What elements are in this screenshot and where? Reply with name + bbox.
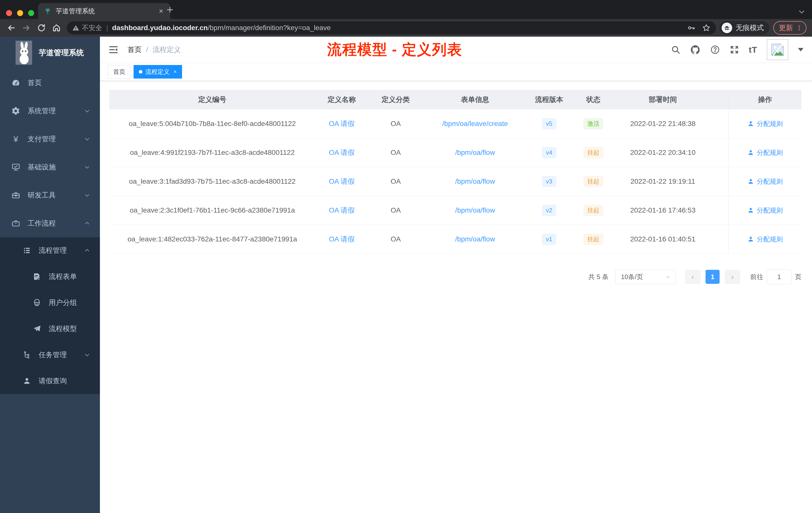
sidebar-item-leave-query[interactable]: 请假查询	[0, 368, 100, 394]
cell-category: OA	[368, 235, 423, 243]
sidebar-item-task-management[interactable]: 任务管理	[0, 342, 100, 368]
version-tag: v4	[542, 147, 556, 158]
font-size-icon[interactable]: tT	[749, 45, 757, 55]
definition-name-link[interactable]: OA 请假	[329, 177, 355, 185]
github-icon[interactable]	[690, 44, 700, 55]
goto-page-input[interactable]	[767, 269, 791, 284]
paper-plane-icon	[32, 324, 42, 334]
app-title: 芋道管理系统	[39, 48, 84, 58]
column-header-status: 状态	[572, 95, 615, 104]
sidebar-item-dev-tools[interactable]: 研发工具	[0, 181, 100, 209]
url-separator: |	[106, 24, 108, 32]
sidebar-item-infrastructure[interactable]: 基础设施	[0, 153, 100, 181]
back-button[interactable]	[5, 22, 17, 34]
sidebar-item-home[interactable]: 首页	[0, 69, 100, 97]
form-link[interactable]: /bpm/oa/flow	[455, 149, 495, 156]
update-label: 更新	[779, 23, 793, 33]
sidebar-item-payment[interactable]: ¥ 支付管理	[0, 125, 100, 153]
column-header-form: 表单信息	[423, 95, 527, 104]
security-warning-chip[interactable]: 不安全	[72, 23, 102, 32]
sidebar-item-label: 首页	[28, 78, 42, 88]
form-link[interactable]: /bpm/oa/leave/create	[442, 120, 508, 127]
tag-tab-process-definition[interactable]: 流程定义 ×	[134, 65, 182, 79]
avatar-dropdown-caret-icon[interactable]	[798, 48, 804, 52]
chevron-down-icon	[84, 164, 90, 171]
form-link[interactable]: /bpm/oa/flow	[455, 206, 495, 214]
fullscreen-icon[interactable]	[730, 45, 739, 55]
select-chevron-down-icon	[665, 274, 671, 280]
window-controls	[6, 10, 34, 16]
definition-name-link[interactable]: OA 请假	[329, 235, 355, 243]
browser-update-button[interactable]: 更新	[773, 21, 807, 35]
sidebar-item-process-form[interactable]: 流程表单	[0, 264, 100, 290]
next-page-button[interactable]: ›	[725, 270, 740, 284]
form-link[interactable]: /bpm/oa/flow	[455, 235, 495, 243]
list-tree-icon	[22, 246, 32, 255]
assign-rule-link[interactable]: 分配规则	[747, 235, 783, 244]
tags-view-bar: 首页 流程定义 ×	[100, 63, 812, 81]
sidebar-item-process-model[interactable]: 流程模型	[0, 316, 100, 342]
sidebar-item-label: 请假查询	[39, 376, 67, 386]
tag-close-icon[interactable]: ×	[174, 68, 177, 75]
definition-name-link[interactable]: OA 请假	[329, 206, 355, 214]
assign-rule-link[interactable]: 分配规则	[747, 119, 783, 128]
form-link[interactable]: /bpm/oa/flow	[455, 177, 495, 185]
active-dot	[139, 70, 142, 73]
sidebar-item-label: 流程管理	[39, 246, 67, 255]
prev-page-button[interactable]: ‹	[685, 270, 700, 284]
sidebar-item-system[interactable]: 系统管理	[0, 97, 100, 125]
user-icon	[747, 236, 754, 243]
tag-tab-home[interactable]: 首页	[108, 65, 130, 79]
status-tag: 挂起	[583, 176, 603, 187]
cell-category: OA	[368, 149, 423, 157]
security-warning-label: 不安全	[82, 23, 102, 32]
window-zoom-button[interactable]	[28, 10, 34, 16]
address-bar[interactable]: 不安全 | dashboard.yudao.iocoder.cn/bpm/man…	[67, 21, 716, 34]
assign-rule-link[interactable]: 分配规则	[747, 148, 783, 157]
cell-deploy-time: 2022-01-16 17:46:53	[615, 206, 710, 214]
current-page-button[interactable]: 1	[705, 270, 720, 284]
definition-name-link[interactable]: OA 请假	[329, 149, 355, 156]
window-close-button[interactable]	[6, 10, 12, 16]
sidebar-collapse-icon[interactable]	[109, 45, 118, 55]
assign-rule-link[interactable]: 分配规则	[747, 206, 783, 215]
reload-button[interactable]	[36, 22, 47, 34]
assign-rule-link[interactable]: 分配规则	[747, 177, 783, 186]
chevron-up-icon	[84, 220, 90, 227]
sidebar-item-process-management[interactable]: 流程管理	[0, 237, 100, 264]
user-avatar-broken-image[interactable]	[767, 39, 788, 60]
bookmark-star-icon[interactable]	[702, 24, 710, 32]
window-minimize-button[interactable]	[17, 10, 23, 16]
browser-tab[interactable]: 芋道管理系统 ×	[38, 3, 170, 19]
version-tag: v2	[542, 205, 556, 216]
new-tab-button[interactable]	[166, 5, 174, 14]
help-icon[interactable]	[710, 45, 720, 55]
column-header-version: 流程版本	[527, 95, 572, 104]
password-key-icon[interactable]	[687, 24, 696, 32]
sidebar-item-label: 任务管理	[39, 350, 67, 360]
cell-definition-id: oa_leave:2:3c1f0ef1-76b1-11ec-9c66-a2380…	[109, 206, 315, 214]
robot-face-icon	[32, 298, 42, 307]
home-button[interactable]	[51, 22, 62, 34]
browser-tab-title: 芋道管理系统	[56, 7, 157, 16]
page-size-select[interactable]: 10条/页	[615, 270, 675, 284]
forward-button[interactable]	[21, 22, 32, 34]
page-size-value: 10条/页	[621, 273, 643, 281]
org-tree-icon	[22, 350, 32, 360]
sidebar-item-label: 基础设施	[28, 162, 56, 172]
search-icon[interactable]	[671, 45, 680, 55]
cell-deploy-time: 2022-01-22 20:34:10	[615, 149, 710, 157]
toolbox-icon	[11, 190, 21, 200]
sidebar-logo: 芋道管理系统	[0, 37, 100, 69]
tab-search-chevron-icon[interactable]	[798, 8, 806, 16]
column-header-category: 定义分类	[368, 95, 423, 104]
gear-icon	[11, 106, 21, 116]
sidebar-item-workflow[interactable]: 工作流程	[0, 209, 100, 237]
logo-avatar	[16, 41, 32, 65]
version-tag: v3	[542, 176, 556, 187]
sidebar-item-user-group[interactable]: 用户分组	[0, 290, 100, 316]
goto-label: 前往	[750, 273, 763, 281]
tab-close-icon[interactable]: ×	[157, 7, 165, 15]
definition-name-link[interactable]: OA 请假	[329, 120, 355, 127]
breadcrumb-home[interactable]: 首页	[127, 45, 142, 55]
